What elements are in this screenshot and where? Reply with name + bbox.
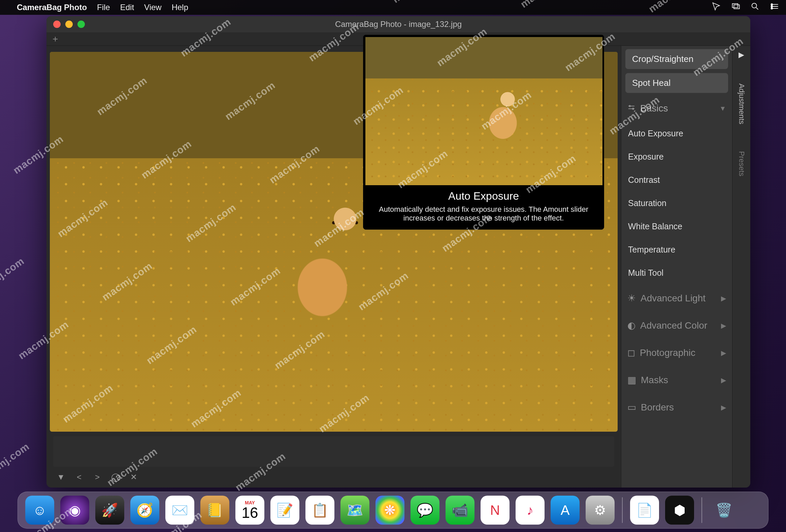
bottom-controls: ▼ < > ◯ ✕ xyxy=(46,467,621,488)
section-borders[interactable]: ▭ Borders ▶ xyxy=(625,396,728,419)
dock-notes-icon[interactable]: 📝 xyxy=(271,495,299,525)
dropdown-toggle-icon[interactable]: ▼ xyxy=(56,472,65,482)
dock-settings-icon[interactable]: ⚙ xyxy=(586,495,615,525)
section-advanced-color-label: Advanced Color xyxy=(640,320,707,331)
section-photographic-label: Photographic xyxy=(640,347,695,358)
menu-help[interactable]: Help xyxy=(172,3,188,12)
adjustment-timeline[interactable] xyxy=(53,436,614,467)
section-photographic[interactable]: ◻ Photographic ▶ xyxy=(625,341,728,364)
dock-trash-icon[interactable]: 🗑️ xyxy=(710,495,739,525)
dock-camerabag-icon[interactable]: ⬢ xyxy=(665,495,694,525)
chevron-right-icon: ▶ xyxy=(721,376,726,384)
dock-separator xyxy=(701,497,702,523)
chevron-right-icon: ▶ xyxy=(721,403,726,412)
adjustment-saturation[interactable]: Saturation xyxy=(625,193,728,213)
dock-messages-icon[interactable]: 💬 xyxy=(411,495,439,525)
chevron-right-icon: ▶ xyxy=(721,322,726,330)
app-window: CameraBag Photo - image_132.jpg + ▼ < > … xyxy=(46,16,750,488)
prev-button[interactable]: < xyxy=(75,472,84,482)
adjustments-panel: Crop/Straighten Spot Heal Basics ▼ Auto … xyxy=(621,46,732,488)
dock-mail-icon[interactable]: ✉️ xyxy=(165,495,194,525)
menu-file[interactable]: File xyxy=(97,3,110,12)
dock-separator xyxy=(622,497,623,523)
display-icon[interactable] xyxy=(731,2,740,13)
section-masks[interactable]: ▦ Masks ▶ xyxy=(625,368,728,392)
right-rail: ▶ Adjustments Presets xyxy=(732,46,750,488)
adjustment-multi-tool[interactable]: Multi Tool xyxy=(625,263,728,282)
spotlight-search-icon[interactable] xyxy=(750,2,760,13)
collapse-panel-icon[interactable]: ▶ xyxy=(739,50,744,59)
palette-icon: ◐ xyxy=(627,320,635,331)
next-button[interactable]: > xyxy=(93,472,102,482)
macos-menubar: CameraBag Photo File Edit View Help xyxy=(0,0,786,15)
dock-launchpad-icon[interactable]: 🚀 xyxy=(95,495,124,525)
camera-icon: ◻ xyxy=(627,347,635,358)
chevron-right-icon: ▶ xyxy=(721,294,726,302)
dock-photos-icon[interactable]: ❋ xyxy=(375,495,404,525)
rail-tab-presets[interactable]: Presets xyxy=(737,148,746,179)
control-center-icon[interactable] xyxy=(770,2,779,13)
close-button[interactable]: ✕ xyxy=(129,472,138,482)
dock-finder-icon[interactable]: ☺ xyxy=(25,495,54,525)
svg-rect-1 xyxy=(734,5,739,9)
svg-rect-0 xyxy=(733,4,738,8)
section-basics[interactable]: Basics ▼ xyxy=(625,97,728,120)
app-menu[interactable]: CameraBag Photo xyxy=(17,3,87,12)
spot-heal-button[interactable]: Spot Heal xyxy=(625,73,728,93)
add-tab-button[interactable]: + xyxy=(52,34,58,44)
svg-point-2 xyxy=(752,3,757,8)
svg-point-3 xyxy=(771,4,773,5)
dock-news-icon[interactable]: N xyxy=(481,495,510,525)
masks-icon: ▦ xyxy=(627,374,636,386)
window-close-button[interactable] xyxy=(53,21,61,28)
borders-icon: ▭ xyxy=(627,402,636,413)
crop-straighten-button[interactable]: Crop/Straighten xyxy=(625,49,728,69)
titlebar[interactable]: CameraBag Photo - image_132.jpg xyxy=(46,16,750,32)
adjustment-tooltip: Auto Exposure Automatically detect and f… xyxy=(363,35,604,230)
rail-tab-adjustments[interactable]: Adjustments xyxy=(737,81,746,127)
dock-reminders-icon[interactable]: 📋 xyxy=(305,495,334,525)
window-minimize-button[interactable] xyxy=(65,21,73,28)
window-title: CameraBag Photo - image_132.jpg xyxy=(46,20,750,29)
section-advanced-color[interactable]: ◐ Advanced Color ▶ xyxy=(625,314,728,337)
tooltip-title: Auto Exposure xyxy=(365,190,602,202)
sun-icon: ☀ xyxy=(627,293,636,304)
section-borders-label: Borders xyxy=(641,402,674,413)
tooltip-preview-image xyxy=(365,37,602,185)
chevron-right-icon: ▶ xyxy=(721,349,726,357)
calendar-day: 16 xyxy=(242,505,258,520)
section-advanced-light-label: Advanced Light xyxy=(641,293,706,304)
dock-siri-icon[interactable]: ◉ xyxy=(60,495,89,525)
sliders-icon xyxy=(627,103,635,114)
section-basics-label: Basics xyxy=(640,103,668,114)
adjustment-exposure[interactable]: Exposure xyxy=(625,147,728,166)
dock-facetime-icon[interactable]: 📹 xyxy=(445,495,475,525)
toggle-button[interactable]: ◯ xyxy=(111,472,120,482)
adjustment-temperature[interactable]: Temperature xyxy=(625,240,728,259)
svg-point-4 xyxy=(771,6,773,7)
chevron-down-icon: ▼ xyxy=(719,105,726,113)
adjustment-white-balance[interactable]: White Balance xyxy=(625,217,728,236)
dock-music-icon[interactable]: ♪ xyxy=(515,495,545,525)
section-masks-label: Masks xyxy=(641,375,668,386)
adjustment-auto-exposure[interactable]: Auto Exposure xyxy=(625,124,728,143)
dock-safari-icon[interactable]: 🧭 xyxy=(130,495,159,525)
adjustment-contrast[interactable]: Contrast xyxy=(625,170,728,190)
dock-appstore-icon[interactable]: A xyxy=(551,495,580,525)
cursor-icon[interactable] xyxy=(711,2,721,13)
dock-calendar-icon[interactable]: MAY 16 xyxy=(235,495,264,525)
window-zoom-button[interactable] xyxy=(77,21,85,28)
menu-view[interactable]: View xyxy=(144,3,162,12)
tooltip-description: Automatically detect and fix exposure is… xyxy=(365,202,602,224)
macos-dock: ☺ ◉ 🚀 🧭 ✉️ 📒 MAY 16 📝 📋 🗺️ ❋ 💬 📹 N ♪ A ⚙… xyxy=(18,492,768,529)
menu-edit[interactable]: Edit xyxy=(120,3,134,12)
svg-point-5 xyxy=(771,8,773,9)
section-advanced-light[interactable]: ☀ Advanced Light ▶ xyxy=(625,286,728,310)
dock-textedit-icon[interactable]: 📄 xyxy=(630,495,659,525)
dock-maps-icon[interactable]: 🗺️ xyxy=(341,495,369,525)
dock-contacts-icon[interactable]: 📒 xyxy=(200,495,229,525)
